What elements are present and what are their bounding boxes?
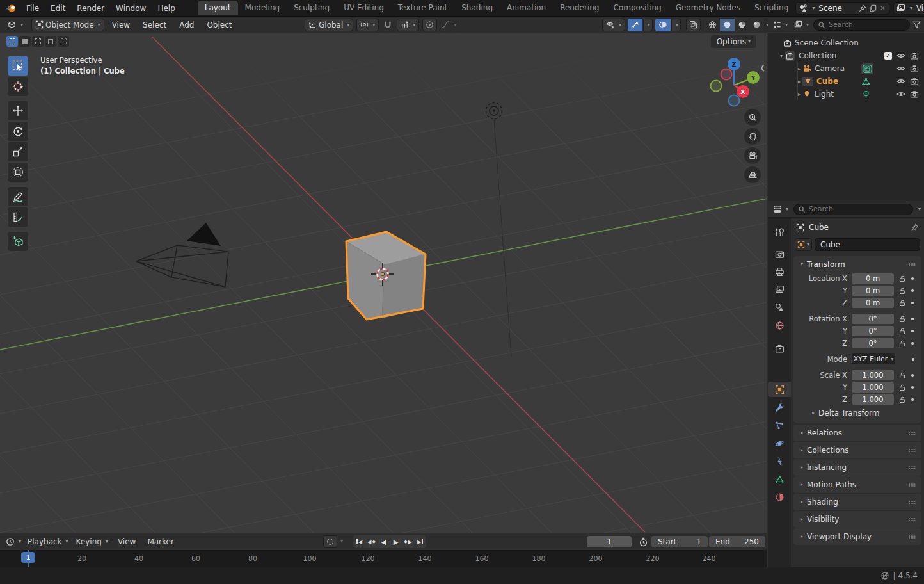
render-visibility-icon[interactable]: [910, 64, 919, 73]
transform-orientation-dropdown[interactable]: Global▾: [305, 19, 353, 31]
drag-grip-icon[interactable]: [908, 481, 916, 489]
tab-shading[interactable]: Shading: [454, 1, 500, 15]
auto-keying-toggle[interactable]: [323, 535, 337, 548]
mode-dropdown[interactable]: Object Mode▾: [31, 19, 104, 31]
visibility-panel[interactable]: ▸Visibility: [793, 511, 921, 528]
gizmo-neg-x[interactable]: [721, 69, 732, 80]
animate-dot[interactable]: [911, 289, 914, 292]
menu-object[interactable]: Object: [202, 20, 237, 29]
tab-tool[interactable]: [768, 224, 791, 239]
lock-icon[interactable]: [898, 287, 906, 295]
animate-dot[interactable]: [911, 398, 914, 401]
gizmo-neg-z[interactable]: [729, 95, 740, 106]
tab-texture-paint[interactable]: Texture Paint: [391, 1, 454, 15]
overlays-toggle[interactable]: [655, 19, 671, 31]
jump-to-start-button[interactable]: ◀: [353, 535, 365, 548]
outliner-row-cube[interactable]: ▸ Cube: [768, 75, 924, 88]
select-mode-intersect[interactable]: [58, 36, 69, 47]
outliner-row-camera[interactable]: ▸ Camera: [768, 62, 924, 75]
lock-icon[interactable]: [898, 396, 906, 403]
properties-search[interactable]: [793, 204, 913, 215]
shading-material-button[interactable]: [735, 19, 749, 31]
animate-dot[interactable]: [911, 330, 914, 332]
tool-measure[interactable]: [8, 207, 28, 227]
menu-file[interactable]: File: [20, 4, 45, 13]
collection-checkbox[interactable]: ✓: [884, 52, 892, 60]
tab-object-data[interactable]: [768, 471, 791, 487]
render-visibility-icon[interactable]: [910, 90, 919, 99]
pivot-point-dropdown[interactable]: ▾: [356, 19, 379, 31]
playhead[interactable]: 1: [21, 552, 35, 563]
properties-options-dropdown[interactable]: ▾: [918, 207, 921, 212]
relations-panel[interactable]: ▸Relations: [793, 425, 921, 441]
location-x-field[interactable]: 0 m: [852, 273, 894, 284]
expand-icon[interactable]: ▸: [796, 92, 802, 97]
pin-icon[interactable]: [911, 223, 919, 232]
tab-uv-editing[interactable]: UV Editing: [337, 1, 391, 15]
tab-layout[interactable]: Layout: [198, 1, 238, 15]
outliner-search[interactable]: [813, 19, 910, 31]
select-mode-invert[interactable]: [45, 36, 56, 47]
hide-eye-icon[interactable]: [896, 51, 905, 60]
properties-editor-type-button[interactable]: ▾: [771, 203, 790, 216]
animate-dot[interactable]: [911, 386, 914, 389]
hide-eye-icon[interactable]: [896, 90, 905, 99]
shading-wireframe-button[interactable]: [705, 19, 720, 31]
drag-grip-icon[interactable]: [908, 446, 916, 455]
animate-dot[interactable]: [911, 302, 914, 304]
menu-edit[interactable]: Edit: [45, 4, 71, 13]
transform-panel-header[interactable]: ▾ Transform: [793, 256, 921, 272]
tool-scale[interactable]: [8, 142, 28, 161]
scene-name[interactable]: Scene: [817, 4, 856, 13]
select-mode-set[interactable]: [6, 36, 18, 47]
outliner-search-input[interactable]: [829, 20, 905, 29]
collections-panel[interactable]: ▸Collections: [793, 442, 921, 458]
tool-add-cube[interactable]: [8, 232, 28, 251]
previous-keyframe-button[interactable]: ◀◆: [365, 535, 378, 548]
animate-dot[interactable]: [911, 342, 914, 345]
navigation-gizmo[interactable]: Z Y X: [705, 56, 763, 114]
select-mode-extend[interactable]: [19, 36, 31, 47]
render-visibility-icon[interactable]: [910, 77, 919, 86]
instancing-panel[interactable]: ▸Instancing: [793, 459, 921, 476]
ortho-toggle-button[interactable]: [744, 166, 761, 183]
proportional-edit-toggle[interactable]: [422, 19, 437, 31]
tool-transform[interactable]: [8, 163, 28, 182]
tab-output[interactable]: [768, 264, 791, 279]
expand-icon[interactable]: ▸: [796, 79, 802, 85]
zoom-button[interactable]: [744, 109, 761, 126]
object-id-dropdown[interactable]: ▾: [795, 238, 812, 251]
drag-grip-icon[interactable]: [908, 498, 916, 507]
tool-move[interactable]: [8, 101, 28, 120]
rotation-z-field[interactable]: 0°: [852, 338, 894, 348]
playback-menu[interactable]: Playback▾: [24, 535, 72, 548]
view-menu[interactable]: View: [113, 537, 141, 546]
filter-icon[interactable]: [912, 20, 921, 29]
tab-geometry-nodes[interactable]: Geometry Nodes: [669, 1, 747, 15]
animate-dot[interactable]: [911, 374, 914, 377]
current-frame-field[interactable]: 1: [587, 536, 632, 548]
tab-scene[interactable]: [768, 300, 791, 315]
tab-world[interactable]: [768, 318, 791, 333]
viewlayer-selector[interactable]: ▾ ViewLayer: [893, 2, 924, 15]
light-object[interactable]: [486, 103, 512, 357]
expand-icon[interactable]: ▸: [796, 66, 802, 72]
camera-object[interactable]: [136, 223, 228, 287]
pin-icon[interactable]: [859, 4, 866, 12]
marker-menu[interactable]: Marker: [142, 537, 179, 546]
drag-grip-icon[interactable]: [908, 260, 916, 268]
viewport-canvas[interactable]: [0, 33, 767, 533]
tab-constraints[interactable]: [768, 453, 791, 469]
cube-object[interactable]: [346, 232, 426, 320]
menu-help[interactable]: Help: [152, 4, 180, 13]
scale-x-field[interactable]: 1.000: [852, 370, 894, 380]
object-visibility-dropdown[interactable]: ▾: [602, 19, 625, 31]
menu-add[interactable]: Add: [174, 20, 199, 29]
sidebar-collapse-arrow[interactable]: ❮: [760, 64, 765, 71]
render-visibility-icon[interactable]: [910, 51, 919, 60]
stopwatch-icon[interactable]: [639, 537, 648, 547]
tool-annotate[interactable]: [8, 187, 28, 206]
xray-toggle[interactable]: [686, 19, 701, 31]
location-y-field[interactable]: 0 m: [852, 286, 894, 296]
viewlayer-name[interactable]: ViewLayer: [915, 4, 924, 13]
